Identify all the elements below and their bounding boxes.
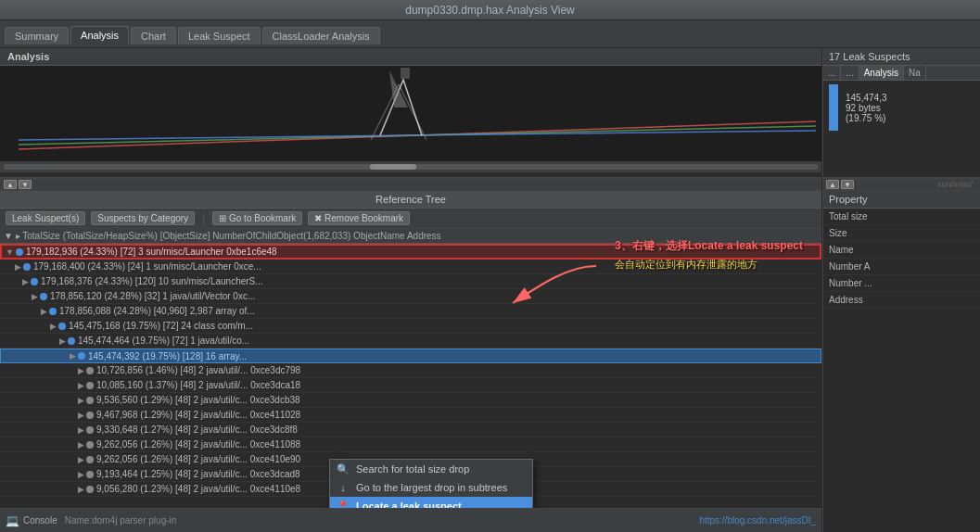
- ref-tree-header: Reference Tree: [0, 191, 821, 209]
- tab-bar: Summary Analysis Chart Leak Suspect Clas…: [0, 20, 980, 48]
- tree-dot: [86, 382, 94, 389]
- console-label: Console: [23, 515, 57, 526]
- tree-row[interactable]: ▶ 9,467,968 (1.29%) [48] 2 java/util/c..…: [0, 408, 821, 423]
- url-text: https://blog.csdn.net/jassDI_: [699, 515, 816, 526]
- prop-name-label: Name: [829, 245, 974, 255]
- tree-row-text: 9,262,056 (1.26%) [48] 2 java/util/c... …: [96, 454, 300, 464]
- tree-row[interactable]: ▼ 179,182,936 (24.33%) [72] 3 sun/misc/L…: [0, 244, 821, 260]
- leak-info: 145,474,3 92 bytes (19.75 %): [846, 93, 887, 123]
- tree-row-text: 179,182,936 (24.33%) [72] 3 sun/misc/Lau…: [26, 247, 277, 257]
- tree-row[interactable]: ▶ 178,856,120 (24.28%) [32] 1 java/util/…: [0, 289, 821, 304]
- ctx-locate-leak[interactable]: 📍 Locate a leak suspect: [330, 497, 532, 508]
- arrow-down-icon: ↓: [336, 482, 350, 493]
- tree-row[interactable]: ▶ 179,168,376 (24.33%) [120] 10 sun/misc…: [0, 274, 821, 289]
- leak-tab-dots1[interactable]: ...: [823, 66, 841, 80]
- tree-row[interactable]: ▶ 145,474,392 (19.75%) [128] 16 array...: [0, 348, 821, 363]
- tab-leak-suspect[interactable]: Leak Suspect: [178, 27, 261, 44]
- tree-row-text: 178,856,120 (24.28%) [32] 1 java/util/Ve…: [50, 291, 255, 301]
- property-panel: Property Total size Size Name Number A N…: [822, 191, 980, 532]
- expand-btn[interactable]: ▼: [19, 180, 32, 189]
- tree-dot: [23, 263, 31, 271]
- tab-chart[interactable]: Chart: [131, 27, 176, 44]
- property-header: Property: [823, 191, 980, 209]
- tree-dot: [86, 471, 94, 478]
- tree-row[interactable]: ▶ 145,474,464 (19.75%) [72] 1 java/util/…: [0, 334, 821, 348]
- go-bookmark-btn[interactable]: ⊞ Go to Bookmark: [212, 211, 302, 225]
- tree-dot: [86, 456, 94, 463]
- analysis-top: Analysis: [0, 48, 821, 178]
- tree-toolbar: Leak Suspect(s) Suspects by Category | ⊞…: [0, 209, 821, 229]
- tree-dot: [86, 367, 94, 374]
- tab-summary[interactable]: Summary: [5, 27, 69, 44]
- ref-tree-section: Reference Tree Leak Suspect(s) Suspects …: [0, 191, 821, 508]
- prop-address-label: Address: [829, 295, 974, 305]
- leak-suspects-panel: 17 Leak Suspects ... ... Analysis Na 145…: [822, 48, 980, 178]
- tree-row-text: 179,168,376 (24.33%) [120] 10 sun/misc/L…: [41, 276, 263, 286]
- tree-row-text: 10,085,160 (1.37%) [48] 2 java/util/... …: [96, 380, 300, 390]
- prop-number-b-label: Number ...: [829, 278, 974, 288]
- tree-row-text: 9,056,280 (1.23%) [48] 2 java/util/c... …: [96, 484, 300, 494]
- property-rows: Total size Size Name Number A Number ...…: [823, 209, 980, 532]
- leak-tab-na[interactable]: Na: [904, 66, 926, 80]
- right-separator: ▲ ▼ sun/misc/: [822, 178, 980, 191]
- tree-row-text: 9,193,464 (1.25%) [48] 2 java/util/c... …: [96, 469, 300, 479]
- tree-dot: [86, 412, 94, 419]
- tree-dot: [68, 337, 75, 345]
- prop-row-number-b: Number ...: [823, 275, 980, 292]
- right-panel: 17 Leak Suspects ... ... Analysis Na 145…: [822, 48, 980, 532]
- tree-row-text: 10,726,856 (1.46%) [48] 2 java/util/... …: [96, 365, 300, 375]
- leak-bar: [829, 84, 838, 131]
- tree-dot: [31, 278, 38, 285]
- tree-row-text: 179,168,400 (24.33%) [24] 1 sun/misc/Lau…: [33, 261, 261, 272]
- tree-row[interactable]: ▶ 145,475,168 (19.75%) [72] 24 class com…: [0, 319, 821, 334]
- left-panel: Analysis: [0, 48, 822, 532]
- tree-row[interactable]: ▶ 9,330,648 (1.27%) [48] 2 java/util/c..…: [0, 423, 821, 437]
- tree-row-text: 145,475,168 (19.75%) [72] 24 class com/m…: [69, 321, 253, 331]
- tree-row[interactable]: ▶ 179,168,400 (24.33%) [24] 1 sun/misc/L…: [0, 260, 821, 274]
- console-icon: 💻: [6, 514, 19, 527]
- leak-suspect-btn[interactable]: Leak Suspect(s): [6, 211, 85, 225]
- leak-size-line2: 92 bytes: [846, 103, 887, 113]
- tree-row[interactable]: ▶ 9,262,056 (1.26%) [48] 2 java/util/c..…: [0, 437, 821, 452]
- leak-item: 145,474,3 92 bytes (19.75 %): [823, 81, 980, 134]
- tree-row-text: 9,330,648 (1.27%) [48] 2 java/util/c... …: [96, 424, 298, 435]
- tree-content: ▼ ▸ TotalSize (TotalSize/HeapSize%) [Obj…: [0, 229, 821, 508]
- ctx-search-total[interactable]: 🔍 Search for total size drop: [330, 460, 532, 478]
- tree-row-text: 9,536,560 (1.29%) [48] 2 java/util/c... …: [96, 395, 300, 405]
- tree-dot: [86, 426, 94, 434]
- svg-line-2: [19, 131, 816, 140]
- prop-row-size: Size: [823, 225, 980, 242]
- tree-dot: [16, 248, 23, 256]
- leak-suspects-title: 17 Leak Suspects: [829, 51, 910, 62]
- right-expand-btn[interactable]: ▼: [841, 180, 854, 189]
- main-layout: Analysis: [0, 48, 980, 532]
- tab-analysis[interactable]: Analysis: [70, 26, 129, 44]
- plugin-text: Name:dom4j parser plug-in: [65, 515, 177, 526]
- title-bar: dump0330.dmp.hax Analysis View: [0, 0, 980, 20]
- ctx-largest-drop[interactable]: ↓ Go to the largest drop in subtrees: [330, 478, 532, 497]
- right-collapse-btn[interactable]: ▲: [826, 180, 839, 189]
- collapse-btn[interactable]: ▲: [4, 180, 17, 189]
- tab-classloader[interactable]: ClassLoader Analysis: [262, 27, 380, 44]
- tree-dot: [78, 352, 85, 360]
- suspects-category-btn[interactable]: Suspects by Category: [91, 211, 195, 225]
- tree-row[interactable]: ▶ 10,726,856 (1.46%) [48] 2 java/util/..…: [0, 363, 821, 378]
- tree-row-text: 145,474,464 (19.75%) [72] 1 java/util/co…: [78, 336, 249, 346]
- leak-tab-dots2[interactable]: ...: [841, 66, 859, 80]
- title-text: dump0330.dmp.hax Analysis View: [405, 4, 575, 17]
- tree-dot: [58, 323, 66, 330]
- chart-area: [0, 66, 821, 172]
- bottom-bar: 💻 Console Name:dom4j parser plug-in http…: [0, 508, 821, 532]
- tree-row[interactable]: ▶ 178,856,088 (24.28%) [40,960] 2,987 ar…: [0, 304, 821, 319]
- prop-row-address: Address: [823, 292, 980, 309]
- tree-row[interactable]: ▶ 10,085,160 (1.37%) [48] 2 java/util/..…: [0, 378, 821, 393]
- tree-row[interactable]: ▶ 9,536,560 (1.29%) [48] 2 java/util/c..…: [0, 393, 821, 408]
- tree-dot: [86, 486, 94, 493]
- analysis-header: Analysis: [0, 48, 821, 66]
- leak-tab-analysis[interactable]: Analysis: [859, 66, 904, 80]
- tree-dot: [40, 293, 47, 300]
- prop-size-label: Size: [829, 228, 974, 238]
- prop-number-a-label: Number A: [829, 261, 974, 272]
- remove-bookmark-btn[interactable]: ✖ Remove Bookmark: [308, 211, 410, 225]
- tree-row-text: 145,474,392 (19.75%) [128] 16 array...: [88, 351, 247, 361]
